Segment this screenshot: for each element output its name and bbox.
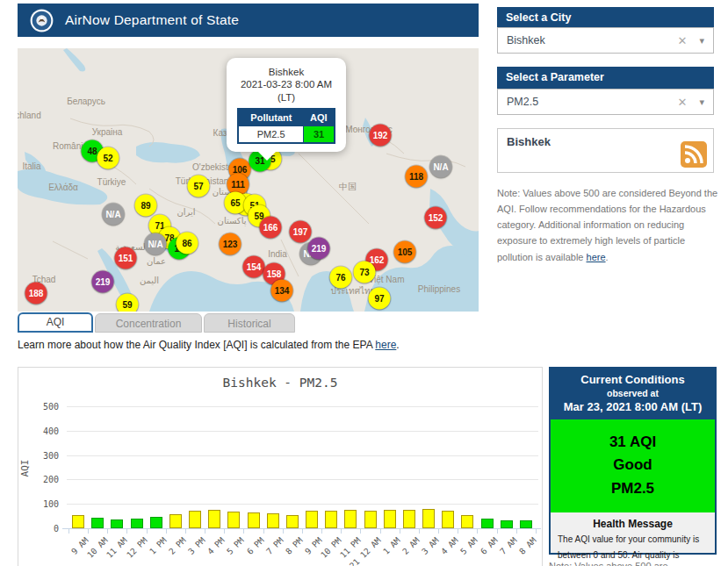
city-dropdown-value: Bishkek bbox=[507, 34, 678, 47]
chart-y-tick-label: 300 bbox=[29, 451, 59, 461]
map-country-label: عمان bbox=[147, 256, 166, 266]
popup-col-pollutant: Pollutant bbox=[238, 109, 304, 126]
aqi-marker[interactable]: 86 bbox=[177, 233, 198, 254]
chart-bar[interactable] bbox=[364, 511, 377, 528]
chart-x-tick-mark bbox=[243, 529, 244, 534]
aqi-marker[interactable]: 123 bbox=[220, 233, 241, 255]
aqi-marker[interactable]: 219 bbox=[92, 271, 114, 293]
aqi-marker[interactable]: 154 bbox=[243, 256, 265, 278]
chart-y-tick-label: 0 bbox=[29, 524, 59, 534]
aqi-marker[interactable]: N/A bbox=[145, 233, 167, 255]
chart-y-tick-label: 100 bbox=[29, 499, 59, 509]
chart-bar[interactable] bbox=[111, 519, 123, 528]
map[interactable]: chlandБеларусьУкраінаRomâniaItaliaΕλλάδα… bbox=[18, 48, 479, 312]
aqi-marker[interactable]: 197 bbox=[290, 221, 312, 243]
chart-bar[interactable] bbox=[442, 511, 454, 528]
chart-bar[interactable] bbox=[169, 514, 182, 528]
current-conditions-header: Current Conditions observed at Mar 23, 2… bbox=[551, 369, 715, 419]
aqi-marker[interactable]: 219 bbox=[308, 238, 330, 260]
aqi-marker[interactable]: 188 bbox=[25, 283, 47, 304]
aqi-marker[interactable]: N/A bbox=[103, 204, 125, 226]
aqi-marker[interactable]: 166 bbox=[260, 217, 282, 239]
aqi-marker[interactable]: 152 bbox=[425, 207, 447, 229]
map-country-label: Italia bbox=[22, 161, 40, 171]
chart-bar[interactable] bbox=[208, 510, 220, 528]
chart-bar[interactable] bbox=[384, 510, 396, 528]
chart-bar[interactable] bbox=[72, 515, 84, 528]
chart-x-tick-mark bbox=[477, 529, 478, 534]
current-conditions-panel: Current Conditions observed at Mar 23, 2… bbox=[549, 367, 717, 555]
aqi-marker[interactable]: 97 bbox=[369, 288, 391, 310]
chart-x-tick-mark bbox=[400, 529, 400, 534]
chart-bar[interactable] bbox=[227, 512, 240, 528]
chart-bar[interactable] bbox=[286, 515, 299, 528]
aqi-marker[interactable]: 57 bbox=[188, 176, 210, 197]
popup-timezone: (LT) bbox=[231, 91, 342, 104]
aqi-marker[interactable]: 73 bbox=[354, 262, 376, 283]
aqi-marker[interactable]: 118 bbox=[406, 166, 428, 188]
chart-x-tick-label: 4 AM bbox=[439, 535, 460, 556]
aqi-marker[interactable]: 59 bbox=[117, 294, 139, 312]
current-aqi-category: Good bbox=[551, 454, 715, 476]
chart-bar[interactable] bbox=[306, 511, 318, 528]
sidebar-note-here-link[interactable]: here bbox=[587, 252, 606, 262]
chart-bar[interactable] bbox=[501, 520, 513, 528]
tab-concentration[interactable]: Concentration bbox=[95, 313, 202, 333]
chart-bar[interactable] bbox=[131, 519, 143, 528]
app-title: AirNow Department of State bbox=[65, 12, 239, 28]
aqi-chart-panel: Bishkek - PM2.5 AQI 01002003004005009 AM… bbox=[18, 367, 543, 566]
chart-bar[interactable] bbox=[267, 513, 279, 528]
chart-x-tick-label: 5 AM bbox=[458, 535, 479, 556]
parameter-clear-icon[interactable]: ✕ bbox=[678, 96, 688, 109]
chart-bar[interactable] bbox=[325, 511, 337, 528]
parameter-dropdown[interactable]: PM2.5 ✕ ▾ bbox=[497, 89, 714, 115]
tab-aqi[interactable]: AQI bbox=[18, 312, 93, 333]
aqi-marker[interactable]: 192 bbox=[370, 125, 392, 147]
chart-bar[interactable] bbox=[403, 510, 415, 528]
chart-x-tick-mark bbox=[88, 529, 89, 534]
chart-bar[interactable] bbox=[481, 519, 494, 528]
rss-feed-box: Bishkek bbox=[497, 128, 714, 173]
aqi-marker[interactable]: 89 bbox=[135, 195, 157, 217]
chart-bar[interactable] bbox=[91, 518, 104, 528]
tab-historical[interactable]: Historical bbox=[204, 313, 295, 333]
aqi-marker[interactable]: 105 bbox=[394, 241, 416, 263]
map-country-label: Украіна bbox=[92, 127, 123, 137]
aqi-marker[interactable]: N/A bbox=[430, 156, 452, 178]
aqi-marker[interactable]: 151 bbox=[115, 247, 137, 269]
chart-x-tick-mark bbox=[536, 529, 537, 534]
chart-y-tick-label: 200 bbox=[29, 475, 59, 484]
map-country-label: ايران bbox=[177, 207, 195, 217]
aqi-marker[interactable]: 52 bbox=[97, 147, 119, 169]
chart-title: Bishkek - PM2.5 bbox=[18, 376, 542, 390]
aqi-marker[interactable]: 134 bbox=[271, 280, 293, 302]
city-dropdown[interactable]: Bishkek ✕ ▾ bbox=[497, 27, 714, 54]
learn-more-text: Learn more about how the Air Quality Ind… bbox=[18, 339, 400, 351]
city-clear-icon[interactable]: ✕ bbox=[678, 34, 688, 47]
chart-x-tick-mark bbox=[380, 529, 381, 534]
chart-bar[interactable] bbox=[248, 512, 260, 528]
chart-gridline bbox=[67, 479, 538, 480]
chart-x-tick-label: 11 AM bbox=[105, 535, 129, 560]
map-country-label: Philippines bbox=[418, 284, 460, 294]
chart-bar[interactable] bbox=[189, 511, 201, 528]
chart-bar[interactable] bbox=[150, 517, 162, 528]
chart-x-tick-label: 8 AM bbox=[517, 535, 538, 556]
observed-time: Mar 23, 2021 8:00 AM (LT) bbox=[553, 400, 712, 413]
rss-city-title: Bishkek bbox=[507, 135, 551, 148]
chart-x-tick-label: 3 AM bbox=[420, 535, 441, 556]
chart-x-tick-mark bbox=[147, 529, 148, 534]
chart-y-tick-label: 400 bbox=[29, 426, 59, 436]
rss-icon[interactable] bbox=[681, 141, 707, 168]
chart-x-tick-label: 5 PM bbox=[225, 535, 246, 556]
aqi-marker[interactable]: 76 bbox=[330, 267, 352, 289]
chart-bar[interactable] bbox=[344, 510, 357, 528]
chart-bar[interactable] bbox=[520, 520, 532, 528]
chart-x-tick-mark bbox=[341, 529, 342, 534]
chart-bar[interactable] bbox=[422, 509, 435, 528]
chart-x-tick-label: 6 PM bbox=[244, 535, 265, 556]
epa-learn-more-link[interactable]: here bbox=[375, 339, 396, 351]
chart-bar[interactable] bbox=[461, 515, 473, 528]
city-dropdown-arrow-icon[interactable]: ▾ bbox=[699, 35, 704, 47]
parameter-dropdown-arrow-icon[interactable]: ▾ bbox=[699, 97, 704, 108]
